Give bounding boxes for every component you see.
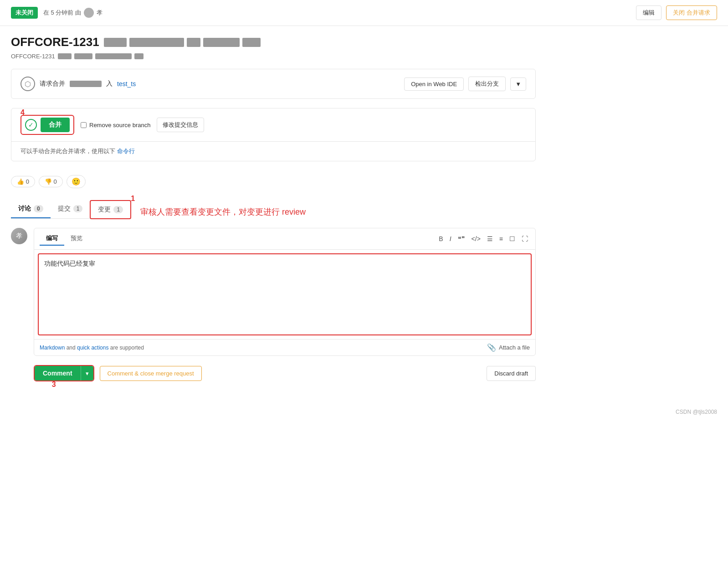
title-redacted bbox=[104, 38, 261, 47]
fullscreen-button[interactable]: ⛶ bbox=[520, 234, 530, 243]
review-annotation-text: 审核人需要查看变更文件，对变更进行 review bbox=[140, 206, 306, 222]
tabs-wrapper: 讨论 0 提交 1 1 变更 1 审核人需要查看变更文件，对变更进行 revie… bbox=[11, 200, 536, 228]
bold-button[interactable]: B bbox=[437, 234, 445, 243]
attach-file-button[interactable]: 📎 Attach a file bbox=[487, 343, 530, 352]
quote-button[interactable]: ❝❞ bbox=[456, 234, 467, 243]
editor-content: 功能代码已经复审 bbox=[44, 260, 95, 267]
meta-time-text: 在 5 分钟前 由 bbox=[43, 9, 81, 17]
into-text: 入 bbox=[106, 80, 113, 88]
redacted-1 bbox=[104, 38, 127, 47]
merge-action-card: 4 ✓ 合并 Remove source branch 修改提交信息 可以手动合… bbox=[11, 108, 536, 161]
source-branch-redacted bbox=[70, 81, 102, 87]
tab-discuss-count: 0 bbox=[34, 205, 43, 212]
sub-redacted-4 bbox=[134, 53, 144, 59]
list-ol-button[interactable]: ≡ bbox=[497, 234, 505, 243]
italic-button[interactable]: I bbox=[448, 234, 453, 243]
tab-commit[interactable]: 提交 1 bbox=[51, 200, 90, 218]
request-text: 请求合并 bbox=[40, 80, 65, 88]
comment-area: 孝 编写 预览 B I ❝❞ </> ☰ ≡ ☐ ⛶ bbox=[11, 228, 536, 356]
editor-tab-write[interactable]: 编写 bbox=[40, 232, 64, 246]
task-list-button[interactable]: ☐ bbox=[508, 234, 517, 243]
tab-changes[interactable]: 1 变更 1 bbox=[90, 200, 131, 219]
annotation-4: 4 bbox=[21, 108, 25, 117]
mr-title: OFFCORE-1231 bbox=[11, 35, 536, 49]
thumbup-button[interactable]: 👍 0 bbox=[11, 176, 35, 187]
top-bar: 未关闭 在 5 分钟前 由 孝 编辑 关闭 合并请求 bbox=[0, 0, 728, 26]
command-line-link[interactable]: 命令行 bbox=[117, 148, 135, 154]
mr-subtitle: OFFCORE-1231 bbox=[11, 53, 536, 60]
annotation-1: 1 bbox=[131, 195, 135, 203]
merge-info-left: ⬡ 请求合并 入 test_ts bbox=[21, 77, 136, 91]
main-content: OFFCORE-1231 OFFCORE-1231 ⬡ 请求合并 入 test_… bbox=[0, 26, 547, 400]
target-branch-link[interactable]: test_ts bbox=[117, 80, 136, 87]
thumbup-count: 0 bbox=[26, 178, 29, 185]
attach-file-label: Attach a file bbox=[499, 344, 530, 351]
list-ul-button[interactable]: ☰ bbox=[485, 234, 495, 243]
merge-info-right: Open in Web IDE 检出分支 ▼ bbox=[404, 77, 526, 91]
tab-discuss-label: 讨论 bbox=[18, 205, 31, 213]
comment-dropdown-button[interactable]: ▾ bbox=[81, 366, 93, 381]
annotation-3: 3 bbox=[52, 381, 56, 389]
comment-button-group: Comment ▾ bbox=[34, 365, 94, 381]
more-actions-dropdown[interactable]: ▼ bbox=[510, 77, 526, 91]
manual-merge-text: 可以手动合并此合并请求，使用以下 bbox=[21, 148, 115, 154]
redacted-2 bbox=[129, 38, 184, 47]
thumbdown-button[interactable]: 👎 0 bbox=[39, 176, 63, 187]
check-circle-icon: ✓ bbox=[25, 119, 37, 131]
top-bar-meta: 在 5 分钟前 由 孝 bbox=[43, 8, 103, 18]
comment-btn-container: Comment ▾ 3 bbox=[34, 365, 94, 381]
merge-info-card: ⬡ 请求合并 入 test_ts Open in Web IDE 检出分支 ▼ bbox=[11, 69, 536, 99]
actions-row: Comment ▾ 3 Comment & close merge reques… bbox=[11, 365, 536, 381]
modify-commit-button[interactable]: 修改提交信息 bbox=[157, 118, 204, 132]
code-button[interactable]: </> bbox=[470, 234, 482, 243]
commenter-avatar: 孝 bbox=[11, 228, 27, 244]
tab-commit-count: 1 bbox=[73, 205, 83, 212]
quick-actions-link[interactable]: quick actions bbox=[77, 345, 108, 351]
edit-button[interactable]: 编辑 bbox=[636, 5, 661, 20]
footer-credit: CSDN @tjls2008 bbox=[0, 400, 728, 424]
thumbdown-count: 0 bbox=[53, 178, 56, 185]
attach-icon: 📎 bbox=[487, 343, 496, 352]
discard-draft-button[interactable]: Discard draft bbox=[487, 366, 536, 381]
editor-body-wrapper: 功能代码已经复审 2 bbox=[34, 253, 535, 335]
remove-branch-checkbox[interactable] bbox=[81, 122, 87, 128]
tab-discuss[interactable]: 讨论 0 bbox=[11, 200, 51, 218]
checkout-button[interactable]: 检出分支 bbox=[468, 77, 506, 91]
comment-button[interactable]: Comment bbox=[35, 366, 81, 381]
top-bar-left: 未关闭 在 5 分钟前 由 孝 bbox=[11, 7, 103, 19]
merge-icon: ⬡ bbox=[21, 77, 35, 91]
markdown-note: Markdown and quick actions are supported bbox=[40, 345, 144, 351]
credit-text: CSDN @tjls2008 bbox=[676, 409, 717, 415]
remove-branch-text: Remove source branch bbox=[89, 122, 150, 129]
open-badge: 未关闭 bbox=[11, 7, 38, 19]
top-bar-right: 编辑 关闭 合并请求 bbox=[636, 5, 717, 20]
tab-changes-count: 1 bbox=[113, 206, 123, 213]
remove-branch-label[interactable]: Remove source branch bbox=[81, 122, 150, 129]
editor-footer: Markdown and quick actions are supported… bbox=[34, 339, 535, 355]
tab-commit-label: 提交 bbox=[58, 205, 71, 213]
sub-redacted-3 bbox=[95, 53, 132, 59]
merge-button[interactable]: 合并 bbox=[41, 118, 70, 132]
open-webide-button[interactable]: Open in Web IDE bbox=[404, 77, 464, 91]
reactions-bar: 👍 0 👎 0 🙂 bbox=[11, 170, 536, 193]
comment-editor: 编写 预览 B I ❝❞ </> ☰ ≡ ☐ ⛶ 功能代码已经复审 bbox=[34, 228, 536, 356]
close-merge-button[interactable]: 关闭 合并请求 bbox=[666, 5, 717, 20]
merge-button-wrapper: 4 ✓ 合并 bbox=[21, 115, 74, 135]
emoji-picker-button[interactable]: 🙂 bbox=[67, 175, 86, 188]
author-avatar bbox=[84, 8, 94, 18]
mr-id: OFFCORE-1231 bbox=[11, 35, 99, 49]
editor-toolbar: 编写 预览 B I ❝❞ </> ☰ ≡ ☐ ⛶ bbox=[34, 228, 535, 250]
redacted-3 bbox=[187, 38, 200, 47]
tab-changes-label: 变更 bbox=[98, 206, 111, 214]
comment-close-button[interactable]: Comment & close merge request bbox=[100, 366, 202, 381]
editor-tab-preview[interactable]: 预览 bbox=[64, 232, 89, 246]
redacted-4 bbox=[203, 38, 240, 47]
markdown-link[interactable]: Markdown bbox=[40, 345, 65, 351]
merge-action-top: 4 ✓ 合并 Remove source branch 修改提交信息 bbox=[11, 108, 535, 142]
redacted-5 bbox=[242, 38, 261, 47]
format-buttons: B I ❝❞ </> ☰ ≡ ☐ ⛶ bbox=[437, 234, 530, 243]
sub-redacted-2 bbox=[74, 53, 92, 59]
author-name: 孝 bbox=[97, 9, 103, 17]
editor-body[interactable]: 功能代码已经复审 2 bbox=[38, 253, 532, 335]
sub-redacted-1 bbox=[58, 53, 72, 59]
